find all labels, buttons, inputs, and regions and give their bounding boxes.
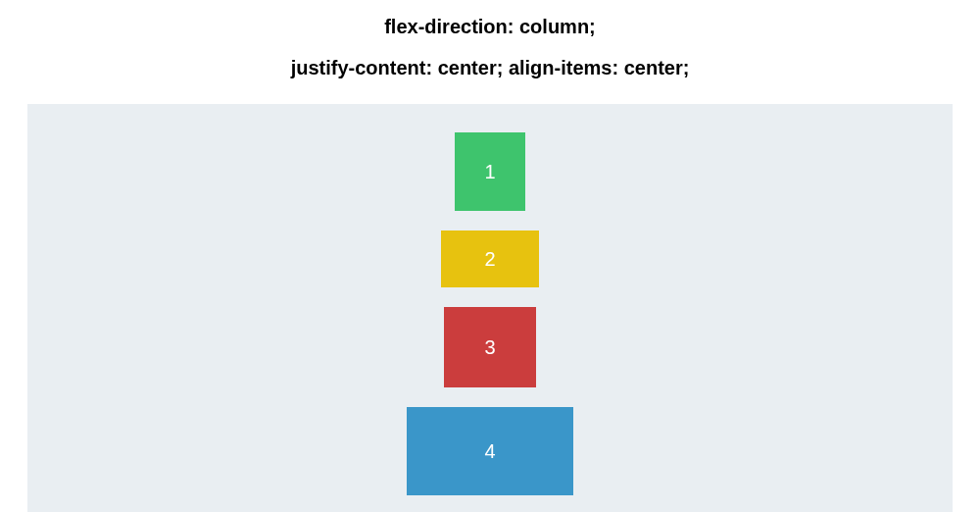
flex-item-2: 2 <box>441 230 539 287</box>
heading-line-2: justify-content: center; align-items: ce… <box>0 55 980 80</box>
flex-item-3: 3 <box>444 307 536 387</box>
heading-line-1: flex-direction: column; <box>0 14 980 39</box>
heading: flex-direction: column; justify-content:… <box>0 0 980 104</box>
flex-item-4: 4 <box>407 407 573 495</box>
flex-item-1: 1 <box>455 132 525 211</box>
flex-item-label: 1 <box>484 161 495 183</box>
flex-container: 1 2 3 4 <box>27 104 953 512</box>
flex-item-label: 3 <box>484 336 495 359</box>
flex-item-label: 2 <box>484 248 495 271</box>
flex-item-label: 4 <box>484 440 495 463</box>
